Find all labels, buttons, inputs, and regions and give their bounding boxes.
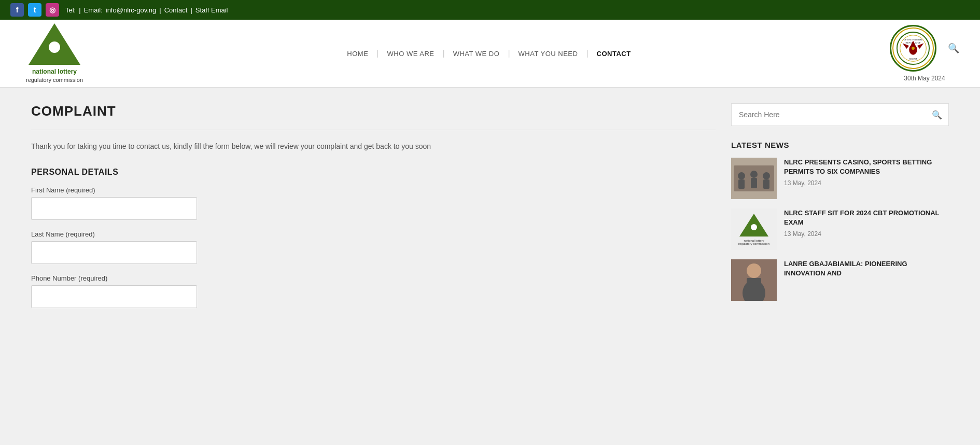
svg-rect-13 [738, 179, 745, 189]
email-link[interactable]: info@nlrc-gov.ng [106, 6, 157, 14]
instagram-icon[interactable]: ◎ [46, 3, 59, 17]
logo-image[interactable]: national lottery regulatory commission [21, 30, 88, 77]
first-name-input[interactable] [31, 197, 197, 220]
news-item-1[interactable]: NLRC PRESENTS CASINO, SPORTS BETTING PER… [731, 158, 949, 199]
header: national lottery regulatory commission H… [0, 20, 980, 88]
nav-what-we-do[interactable]: WHAT WE DO [448, 47, 505, 61]
email-label: Email: [84, 6, 103, 14]
logo-circle [49, 41, 60, 53]
main-nav: HOME | WHO WE ARE | WHAT WE DO | WHAT YO… [342, 47, 636, 61]
search-icon-header[interactable]: 🔍 [948, 43, 959, 54]
nav-what-you-need[interactable]: WHAT YOU NEED [513, 47, 583, 61]
thumb-logo-img: national lotteryregulatory commission [736, 211, 772, 247]
svg-text:OF THE FEDERAL: OF THE FEDERAL [903, 38, 923, 41]
first-name-group: First Name (required) [31, 186, 716, 220]
staff-email-link[interactable]: Staff Email [195, 6, 228, 14]
news-date-1: 13 May, 2024 [784, 179, 949, 187]
logo-area: national lottery regulatory commission [21, 30, 88, 77]
nav-who-we-are[interactable]: WHO WE ARE [382, 47, 440, 61]
news-item-2[interactable]: national lotteryregulatory commission NL… [731, 208, 949, 250]
last-name-group: Last Name (required) [31, 230, 716, 264]
phone-group: Phone Number (required) [31, 274, 716, 308]
svg-text:NIGERIA: NIGERIA [909, 58, 917, 60]
svg-point-9 [912, 47, 915, 50]
svg-point-14 [750, 171, 758, 178]
svg-point-19 [747, 263, 761, 278]
logo-triangle [29, 23, 80, 65]
news-headline-2: NLRC STAFF SIT FOR 2024 CBT PROMOTIONAL … [784, 208, 949, 227]
news-thumb-3 [731, 259, 777, 301]
svg-rect-21 [747, 278, 761, 294]
seal-svg: OF THE FEDERAL REPUBLIC OF NIGERIA [895, 30, 931, 66]
news-content-1: NLRC PRESENTS CASINO, SPORTS BETTING PER… [784, 158, 949, 199]
twitter-icon[interactable]: t [28, 3, 41, 17]
section-title: PERSONAL DETAILS [31, 168, 716, 177]
news-headline-1: NLRC PRESENTS CASINO, SPORTS BETTING PER… [784, 158, 949, 176]
phone-input[interactable] [31, 285, 197, 308]
right-sidebar: 🔍 LATEST NEWS [731, 103, 949, 318]
header-date: 30th May 2024 [904, 75, 945, 82]
page-title: COMPLAINT [31, 103, 716, 119]
top-bar: f t ◎ Tel: | Email: info@nlrc-gov.ng | C… [0, 0, 980, 20]
search-box: 🔍 [731, 103, 949, 126]
last-name-label: Last Name (required) [31, 230, 716, 238]
news-content-3: LANRE GBAJABIAMILA: PIONEERING INNOVATIO… [784, 259, 949, 301]
meeting-thumbnail [731, 158, 777, 199]
separator: | [79, 6, 80, 14]
latest-news-title: LATEST NEWS [731, 141, 949, 149]
svg-point-16 [763, 172, 770, 179]
news-headline-3: LANRE GBAJABIAMILA: PIONEERING INNOVATIO… [784, 259, 949, 278]
left-panel: COMPLAINT Thank you for taking you time … [31, 103, 716, 318]
logo-thumbnail: national lotteryregulatory commission [731, 208, 777, 250]
first-name-label: First Name (required) [31, 186, 716, 194]
contact-link[interactable]: Contact [164, 6, 188, 14]
header-right: OF THE FEDERAL REPUBLIC OF NIGERIA 🔍 30t… [890, 25, 959, 82]
svg-rect-15 [751, 178, 757, 188]
search-button[interactable]: 🔍 [926, 103, 948, 126]
last-name-input[interactable] [31, 241, 197, 264]
search-input[interactable] [732, 110, 926, 119]
federal-seal: OF THE FEDERAL REPUBLIC OF NIGERIA [890, 25, 936, 72]
news-thumb-2: national lotteryregulatory commission [731, 208, 777, 250]
seal-inner: OF THE FEDERAL REPUBLIC OF NIGERIA [892, 27, 934, 69]
svg-rect-17 [763, 179, 769, 189]
social-icons: f t ◎ [10, 3, 59, 17]
svg-point-12 [738, 172, 745, 179]
news-item-3[interactable]: LANRE GBAJABIAMILA: PIONEERING INNOVATIO… [731, 259, 949, 301]
phone-label: Phone Number (required) [31, 274, 716, 282]
intro-text: Thank you for taking you time to contact… [31, 130, 716, 152]
logo-text: national lottery regulatory commission [26, 68, 83, 84]
news-date-2: 13 May, 2024 [784, 230, 949, 238]
main-content: COMPLAINT Thank you for taking you time … [0, 88, 980, 334]
contact-info: Tel: | Email: info@nlrc-gov.ng | Contact… [65, 6, 228, 14]
news-thumb-1 [731, 158, 777, 199]
tel-label: Tel: [65, 6, 76, 14]
facebook-icon[interactable]: f [10, 3, 24, 17]
nav-home[interactable]: HOME [342, 47, 373, 61]
nav-contact[interactable]: CONTACT [592, 47, 636, 61]
news-content-2: NLRC STAFF SIT FOR 2024 CBT PROMOTIONAL … [784, 208, 949, 250]
